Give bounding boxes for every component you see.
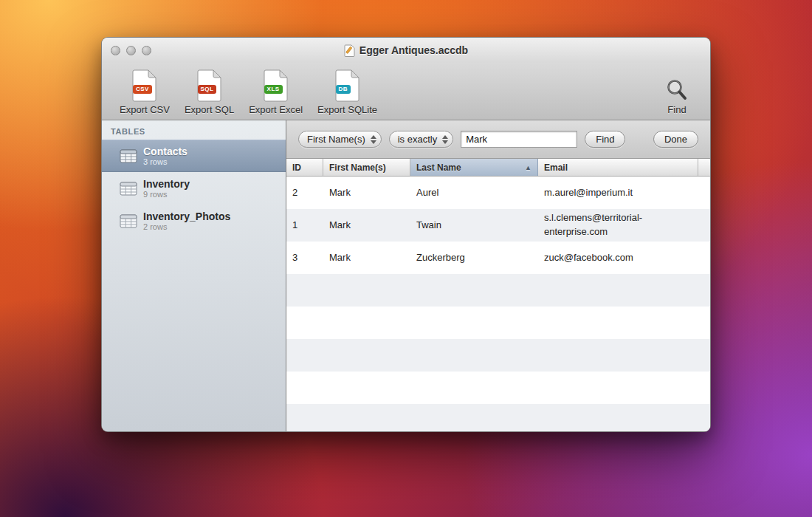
table-grid-icon: [120, 149, 137, 163]
xls-file-icon: XLS: [263, 69, 289, 102]
filter-bar: First Name(s) is exactly Find Done: [286, 120, 710, 159]
table-row[interactable]: 2 Mark Aurel m.aurel@imperium.it: [286, 177, 710, 209]
csv-file-icon: CSV: [131, 69, 158, 102]
cell-id: 1: [286, 209, 323, 242]
sidebar-item-name: Contacts: [143, 145, 187, 157]
cell-last-name: Twain: [410, 209, 538, 242]
cell-first-name: Mark: [323, 242, 410, 274]
scrollbar-gutter: [698, 159, 710, 176]
desktop-wallpaper: Egger Antiques.accdb CSV Export CSV: [0, 0, 812, 517]
db-badge: DB: [336, 85, 351, 94]
cell-id: 2: [286, 177, 323, 209]
field-select-value: First Name(s): [307, 134, 365, 145]
cell-last-name: Aurel: [410, 177, 538, 209]
filter-value-input[interactable]: [461, 131, 577, 148]
table-grid-icon: [120, 182, 137, 196]
field-select[interactable]: First Name(s): [298, 131, 382, 148]
sidebar-item-name: Inventory: [143, 178, 190, 190]
cell-email: s.l.clemens@territorial-enterprise.com: [538, 209, 710, 242]
sidebar-item-inventory-photos[interactable]: Inventory_Photos 2 rows: [102, 205, 286, 237]
content-area: First Name(s) is exactly Find Done ID Fi…: [286, 120, 710, 431]
sidebar-item-contacts[interactable]: Contacts 3 rows: [102, 140, 286, 172]
cell-first-name: Mark: [323, 209, 410, 242]
cell-id: 3: [286, 242, 323, 274]
window-title: Egger Antiques.accdb: [359, 44, 468, 56]
export-csv-button[interactable]: CSV Export CSV: [112, 69, 177, 115]
sidebar-header: TABLES: [102, 120, 286, 140]
find-button[interactable]: Find: [585, 131, 625, 148]
export-excel-label: Export Excel: [249, 104, 303, 115]
minimize-button[interactable]: [126, 46, 136, 55]
traffic-lights: [111, 38, 151, 63]
column-header-last-name-label: Last Name: [416, 162, 461, 173]
table-header: ID First Name(s) Last Name ▲ Email: [286, 159, 710, 177]
csv-badge: CSV: [133, 85, 152, 94]
column-header-last-name[interactable]: Last Name ▲: [410, 159, 538, 176]
sql-file-icon: SQL: [196, 69, 223, 102]
export-sqlite-button[interactable]: DB Export SQLite: [310, 69, 385, 115]
document-icon: [344, 44, 355, 57]
stepper-arrows-icon: [371, 135, 376, 144]
table-row[interactable]: 1 Mark Twain s.l.clemens@territorial-ent…: [286, 209, 710, 242]
table-grid-icon: [120, 214, 137, 228]
stepper-arrows-icon: [442, 135, 448, 144]
done-button[interactable]: Done: [653, 131, 698, 148]
app-window: Egger Antiques.accdb CSV Export CSV: [101, 37, 711, 432]
sidebar-item-rowcount: 2 rows: [143, 222, 230, 232]
empty-row: [286, 339, 710, 372]
sidebar-item-inventory[interactable]: Inventory 9 rows: [102, 172, 286, 205]
sidebar-item-rowcount: 3 rows: [143, 157, 187, 167]
sidebar-item-rowcount: 9 rows: [143, 190, 190, 199]
operator-select[interactable]: is exactly: [389, 131, 453, 148]
cell-last-name: Zuckerberg: [410, 242, 538, 274]
sidebar-item-name: Inventory_Photos: [143, 210, 230, 222]
empty-row: [286, 307, 710, 339]
cell-email: zuck@facebook.com: [538, 242, 710, 274]
window-titlebar[interactable]: Egger Antiques.accdb: [102, 38, 710, 63]
find-toolbar-button[interactable]: Find: [657, 78, 697, 115]
column-header-id[interactable]: ID: [286, 159, 323, 176]
export-excel-button[interactable]: XLS Export Excel: [241, 69, 310, 115]
sidebar: TABLES Contacts 3: [102, 120, 286, 431]
column-header-first-name[interactable]: First Name(s): [323, 159, 410, 176]
db-file-icon: DB: [334, 69, 361, 102]
column-header-email[interactable]: Email: [538, 159, 698, 176]
export-sql-label: Export SQL: [185, 104, 234, 115]
xls-badge: XLS: [264, 85, 283, 94]
cell-email: m.aurel@imperium.it: [538, 177, 710, 209]
toolbar: CSV Export CSV SQL Export SQL: [102, 63, 710, 120]
magnifier-icon: [664, 78, 689, 103]
table-row[interactable]: 3 Mark Zuckerberg zuck@facebook.com: [286, 242, 710, 274]
close-button[interactable]: [111, 46, 120, 55]
export-sql-button[interactable]: SQL Export SQL: [177, 69, 241, 115]
empty-row: [286, 404, 710, 431]
operator-select-value: is exactly: [398, 134, 437, 145]
empty-row: [286, 274, 710, 307]
export-csv-label: Export CSV: [120, 104, 170, 115]
empty-row: [286, 372, 710, 404]
zoom-button[interactable]: [142, 46, 151, 55]
table-rows: 2 Mark Aurel m.aurel@imperium.it 1 Mark …: [286, 177, 710, 431]
cell-first-name: Mark: [323, 177, 410, 209]
sql-badge: SQL: [198, 85, 217, 94]
sort-ascending-icon: ▲: [520, 164, 531, 171]
find-toolbar-label: Find: [667, 104, 686, 115]
export-sqlite-label: Export SQLite: [317, 104, 377, 115]
